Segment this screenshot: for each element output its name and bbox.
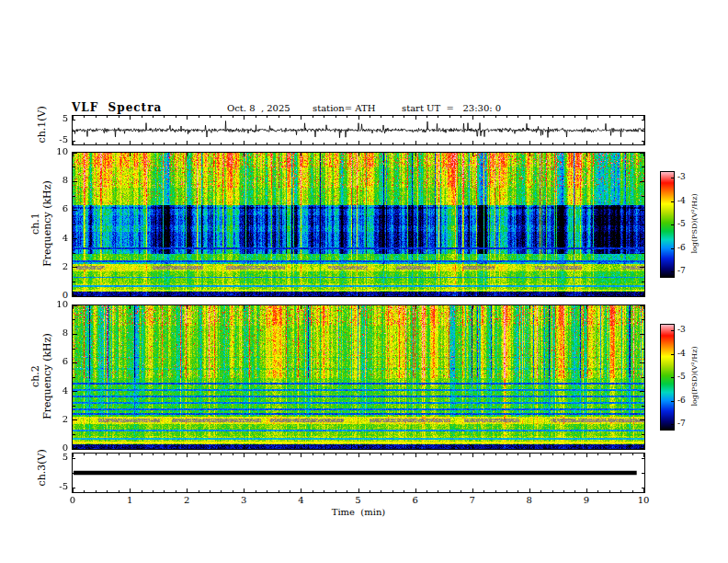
colorbar2-tick-label: -6 — [677, 396, 686, 405]
ch2-spectrogram-ylabel: ch.2 Frequency (kHz) — [29, 304, 53, 448]
volt-tick-label-wave1: 5 — [40, 113, 68, 123]
page-title: VLF Spectra — [72, 101, 162, 114]
colorbar1-tick-label: -7 — [677, 266, 686, 275]
freq-tick-label-spec2: 2 — [40, 414, 68, 424]
colorbar1-label: log(PSD)(V²/Hz) — [690, 171, 701, 276]
ch1-label: ch.1 — [29, 152, 41, 295]
ch2-label: ch.2 — [29, 304, 41, 448]
time-tick-label: 9 — [574, 495, 599, 505]
colorbar2-label: log(PSD)(V²/Hz) — [690, 324, 701, 429]
ch3-waveform-canvas — [72, 453, 645, 493]
time-tick-label: 8 — [517, 495, 542, 505]
colorbar2-tick-label: -5 — [677, 372, 686, 381]
vlf-spectra-figure: VLF Spectra Oct. 8 , 2025 station= ATH s… — [0, 0, 728, 563]
freq-tick-label-spec2: 8 — [40, 327, 68, 338]
time-axis-label: Time (min) — [330, 507, 387, 517]
freq-tick-label-spec1: 2 — [40, 261, 68, 271]
time-tick-label: 0 — [60, 495, 85, 505]
title-start-ut: start UT = 23:30: 0 — [402, 103, 501, 113]
ch2-spectrogram-canvas — [72, 304, 645, 450]
freq-axis-label-2: Frequency (kHz) — [41, 304, 53, 448]
colorbar2-tick-label: -7 — [677, 419, 686, 428]
colorbar1-tick-label: -4 — [677, 196, 686, 205]
colorbar2-tick-label: -4 — [677, 349, 686, 358]
time-tick-label: 4 — [288, 495, 313, 505]
time-tick-label: 5 — [346, 495, 371, 505]
colorbar1-tick-label: -5 — [677, 219, 686, 228]
colorbar-ch1 — [660, 171, 675, 278]
time-tick-label: 7 — [460, 495, 485, 505]
ch1-waveform-canvas — [72, 115, 645, 145]
volt-tick-label-wave3: -5 — [40, 481, 68, 491]
time-tick-label: 10 — [631, 495, 656, 505]
ch1-spectrogram-canvas — [72, 152, 645, 297]
colorbar2-tick-label: -3 — [677, 325, 686, 334]
freq-tick-label-spec1: 8 — [40, 175, 68, 185]
time-tick-label: 6 — [403, 495, 428, 505]
colorbar1-tick-label: -3 — [677, 172, 686, 181]
time-tick-label: 1 — [117, 495, 142, 505]
time-tick-label: 2 — [174, 495, 199, 505]
ch1-spectrogram-ylabel: ch.1 Frequency (kHz) — [29, 152, 53, 295]
volt-tick-label-wave3: 5 — [40, 452, 68, 462]
freq-tick-label-spec1: 10 — [40, 146, 68, 156]
title-date: Oct. 8 , 2025 — [227, 103, 290, 113]
freq-tick-label-spec1: 6 — [40, 203, 68, 213]
freq-axis-label: Frequency (kHz) — [41, 152, 53, 295]
freq-tick-label-spec2: 10 — [40, 299, 68, 309]
freq-tick-label-spec1: 4 — [40, 233, 68, 243]
title-station: station= ATH — [313, 103, 375, 113]
colorbar1-tick-label: -6 — [677, 243, 686, 252]
freq-tick-label-spec2: 4 — [40, 385, 68, 396]
colorbar-ch2 — [660, 324, 675, 431]
freq-tick-label-spec2: 6 — [40, 356, 68, 366]
time-tick-label: 3 — [231, 495, 256, 505]
volt-tick-label-wave1: -5 — [40, 134, 68, 144]
